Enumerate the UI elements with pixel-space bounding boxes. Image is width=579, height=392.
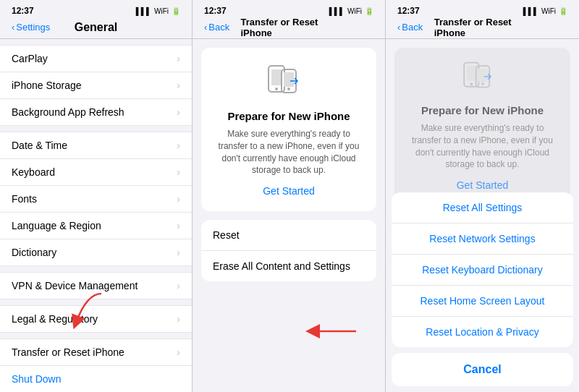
wifi-icon-2: WiFi [347,7,362,15]
erase-item-2[interactable]: Erase All Content and Settings [201,251,376,281]
settings-group-transfer: Transfer or Reset iPhone › Shut Down [0,338,192,392]
action-cancel-label-3: Cancel [463,363,501,375]
settings-item-dictionary[interactable]: Dictionary › [0,239,192,266]
nav-back-label-2: Back [208,22,229,33]
status-time-1: 12:37 [12,6,34,16]
settings-item-bg-refresh-label: Background App Refresh [12,106,177,118]
nav-back-2[interactable]: ‹ Back [204,22,229,33]
action-cancel-3[interactable]: Cancel [392,353,573,386]
back-chevron-icon-3: ‹ [397,22,400,33]
nav-bar-2: ‹ Back Transfer or Reset iPhone [193,19,385,39]
status-time-3: 12:37 [397,6,420,16]
chevron-icon-keyboard: › [177,166,180,178]
settings-item-fonts[interactable]: Fonts › [0,186,192,213]
action-reset-network-label: Reset Network Settings [429,233,535,244]
nav-back-label-1: Settings [16,22,50,33]
nav-title-2: Transfer or Reset iPhone [241,17,337,38]
settings-item-bg-refresh[interactable]: Background App Refresh › [0,99,192,126]
svg-point-8 [470,82,473,85]
action-reset-network[interactable]: Reset Network Settings [392,223,573,255]
action-reset-home[interactable]: Reset Home Screen Layout [392,286,573,317]
svg-rect-7 [466,66,476,80]
settings-item-vpn[interactable]: VPN & Device Management › [0,272,192,299]
status-time-2: 12:37 [204,6,227,16]
status-bar-1: 12:37 ▌▌▌ WiFi 🔋 [0,0,192,19]
erase-item-label-2: Erase All Content and Settings [213,260,350,272]
nav-bar-3: ‹ Back Transfer or Reset iPhone [386,19,579,39]
nav-back-3[interactable]: ‹ Back [397,22,423,33]
action-reset-keyboard[interactable]: Reset Keyboard Dictionary [392,255,573,286]
settings-item-language[interactable]: Language & Region › [0,213,192,239]
settings-item-transfer[interactable]: Transfer or Reset iPhone › [0,338,192,366]
red-arrow-2 [276,313,363,352]
svg-rect-1 [271,69,282,85]
battery-icon-2: 🔋 [365,7,373,15]
prepare-card-3: Prepare for New iPhone Make sure everyth… [394,48,570,203]
chevron-icon-date-time: › [177,140,180,151]
svg-point-2 [275,88,278,90]
action-reset-location-label: Reset Location & Privacy [426,326,538,338]
nav-title-1: General [75,21,118,34]
action-reset-all-label: Reset All Settings [443,202,523,213]
action-reset-keyboard-label: Reset Keyboard Dictionary [422,264,543,276]
get-started-btn-2[interactable]: Get Started [263,185,315,197]
settings-item-keyboard[interactable]: Keyboard › [0,159,192,186]
settings-item-date-time[interactable]: Date & Time › [0,132,192,159]
battery-icon: 🔋 [172,7,180,15]
settings-item-language-label: Language & Region [12,220,177,231]
status-icons-2: ▌▌▌ WiFi 🔋 [329,7,373,15]
action-reset-home-label: Reset Home Screen Layout [420,295,545,307]
nav-bar-1: ‹ Settings General [0,19,192,39]
settings-item-iphone-storage[interactable]: iPhone Storage › [0,72,192,99]
signal-icon: ▌▌▌ [136,7,151,15]
back-chevron-icon: ‹ [12,22,14,33]
status-icons-3: ▌▌▌ WiFi 🔋 [523,7,567,15]
phone-3: 12:37 ▌▌▌ WiFi 🔋 ‹ Back Transfer or Rese… [386,0,579,392]
svg-rect-4 [284,72,294,87]
get-started-btn-3[interactable]: Get Started [457,179,509,191]
wifi-icon-3: WiFi [541,7,556,15]
settings-item-iphone-storage-label: iPhone Storage [12,80,177,91]
settings-group-carplay: CarPlay › iPhone Storage › Background Ap… [0,45,192,126]
svg-point-11 [481,82,484,85]
settings-item-carplay-label: CarPlay [12,53,177,64]
settings-item-transfer-label: Transfer or Reset iPhone [12,346,177,358]
nav-back-label-3: Back [402,22,423,33]
back-chevron-icon-2: ‹ [204,22,207,33]
chevron-icon-language: › [177,220,180,231]
chevron-icon-fonts: › [177,193,180,205]
action-sheet-group-3: Reset All Settings Reset Network Setting… [392,192,573,347]
phone-1: 12:37 ▌▌▌ WiFi 🔋 ‹ Settings General CarP… [0,0,193,392]
nav-title-3: Transfer or Reset iPhone [434,17,531,38]
settings-item-shutdown[interactable]: Shut Down [0,366,192,392]
nav-back-1[interactable]: ‹ Settings [12,22,50,33]
prepare-desc-3: Make sure everything's ready to transfer… [406,122,559,171]
chevron-icon-iphone-storage: › [177,80,180,91]
settings-group-vpn: VPN & Device Management › [0,272,192,299]
action-sheet-3: Reset All Settings Reset Network Setting… [386,192,579,392]
prepare-title-2: Prepare for New iPhone [227,110,350,122]
settings-item-legal[interactable]: Legal & Regulatory › [0,305,192,333]
signal-icon-3: ▌▌▌ [523,7,538,15]
chevron-icon-transfer: › [177,346,180,358]
settings-item-keyboard-label: Keyboard [12,166,177,178]
battery-icon-3: 🔋 [559,7,567,15]
reset-section-2: Reset Erase All Content and Settings [201,220,376,281]
action-reset-location[interactable]: Reset Location & Privacy [392,317,573,347]
chevron-icon-legal: › [177,313,180,325]
reset-item-label-2: Reset [213,229,240,241]
settings-item-carplay[interactable]: CarPlay › [0,45,192,72]
reset-item-2[interactable]: Reset [201,220,376,251]
status-icons-1: ▌▌▌ WiFi 🔋 [136,7,180,15]
action-reset-all[interactable]: Reset All Settings [392,192,573,223]
settings-item-date-time-label: Date & Time [12,140,177,151]
chevron-icon-carplay: › [177,53,180,64]
chevron-icon-vpn: › [177,280,180,291]
prepare-desc-2: Make sure everything's ready to transfer… [213,128,365,176]
settings-group-legal: Legal & Regulatory › [0,305,192,333]
wifi-icon: WiFi [154,7,169,15]
settings-item-fonts-label: Fonts [12,193,177,205]
red-arrow-svg-2 [276,313,363,349]
transfer-phones-svg-3 [461,59,504,93]
settings-item-vpn-label: VPN & Device Management [12,280,177,291]
